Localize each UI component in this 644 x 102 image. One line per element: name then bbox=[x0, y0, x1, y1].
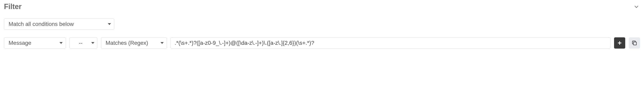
operator-select-label: Matches (Regex) bbox=[106, 40, 148, 46]
section-title: Filter bbox=[4, 3, 22, 11]
operator-select[interactable]: Matches (Regex) bbox=[101, 37, 167, 48]
collapse-toggle[interactable] bbox=[633, 3, 640, 10]
svg-rect-2 bbox=[634, 42, 636, 45]
field-select-label: Message bbox=[8, 40, 31, 46]
condition-row: Message -- Matches (Regex) bbox=[4, 37, 640, 48]
chevron-down-icon bbox=[634, 4, 639, 10]
match-mode-select[interactable]: Match all conditions below bbox=[4, 19, 114, 30]
match-mode-row: Match all conditions below bbox=[4, 19, 640, 30]
modifier-select[interactable]: -- bbox=[70, 37, 98, 48]
caret-down-icon bbox=[91, 42, 94, 44]
field-select[interactable]: Message bbox=[4, 37, 66, 48]
plus-icon bbox=[617, 40, 622, 45]
copy-condition-button[interactable] bbox=[629, 37, 640, 48]
copy-icon bbox=[632, 40, 638, 46]
add-condition-button[interactable] bbox=[614, 37, 625, 48]
value-input[interactable] bbox=[170, 37, 610, 48]
match-mode-label: Match all conditions below bbox=[8, 21, 74, 27]
caret-down-icon bbox=[108, 23, 111, 25]
caret-down-icon bbox=[160, 42, 164, 44]
filter-header: Filter bbox=[4, 3, 640, 11]
caret-down-icon bbox=[60, 42, 63, 44]
